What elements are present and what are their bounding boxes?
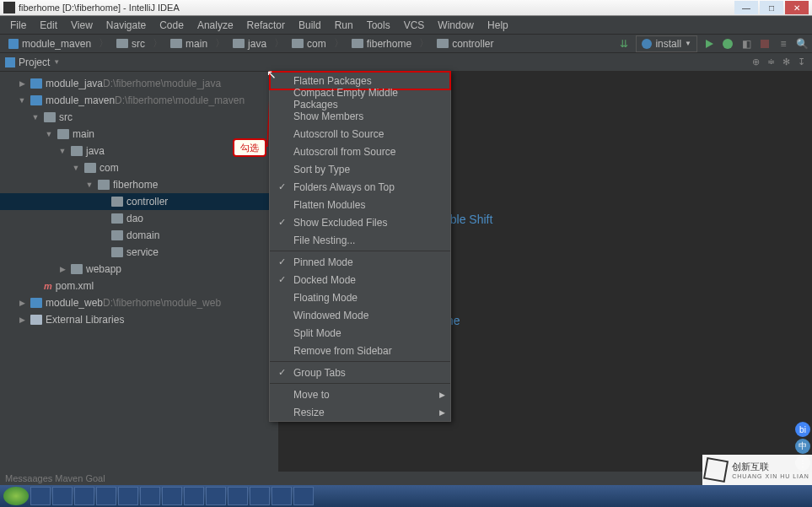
tree-node-domain[interactable]: domain	[0, 227, 278, 244]
tree-node-External Libraries[interactable]: External Libraries	[0, 311, 278, 328]
crumb-src[interactable]: src	[111, 37, 150, 51]
menu-item-autoscroll-to-source[interactable]: Autoscroll to Source	[270, 125, 450, 143]
crumb-fiberhome[interactable]: fiberhome	[347, 37, 417, 51]
tree-arrow-icon[interactable]	[84, 181, 94, 189]
tree-node-module_web[interactable]: module_web D:\fiberhome\module_web	[0, 294, 278, 311]
tree-arrow-icon[interactable]	[17, 79, 27, 88]
run-button[interactable]	[702, 37, 716, 51]
menu-tools[interactable]: Tools	[360, 18, 397, 33]
menu-code[interactable]: Code	[153, 18, 191, 33]
menu-item-folders-always-on-top[interactable]: ✓Folders Always on Top	[270, 178, 450, 196]
coverage-button[interactable]: ◧	[739, 37, 753, 51]
menu-separator	[270, 251, 450, 251]
menu-window[interactable]: Window	[431, 18, 481, 33]
menu-build[interactable]: Build	[292, 18, 328, 33]
tree-arrow-icon[interactable]	[17, 96, 27, 105]
menu-item-autoscroll-from-source[interactable]: Autoscroll from Source	[270, 143, 450, 160]
task-icon[interactable]	[118, 487, 138, 505]
settings-icon[interactable]: ✻	[780, 57, 792, 68]
task-icon[interactable]	[272, 487, 292, 505]
menu-view[interactable]: View	[64, 18, 99, 33]
menu-item-docked-mode[interactable]: ✓Docked Mode	[270, 271, 450, 289]
tree-node-src[interactable]: src	[0, 109, 278, 126]
menu-analyze[interactable]: Analyze	[191, 18, 240, 33]
crumb-main[interactable]: main	[165, 37, 212, 51]
task-icon[interactable]	[74, 487, 94, 505]
task-icon[interactable]	[52, 487, 73, 505]
menu-navigate[interactable]: Navigate	[99, 18, 153, 33]
search-icon[interactable]: 🔍	[795, 37, 809, 51]
menu-file[interactable]: File	[3, 18, 33, 33]
collapse-all-icon[interactable]: ≑	[765, 57, 777, 68]
project-panel-title[interactable]: Project ▼	[5, 57, 750, 68]
stop-icon	[761, 40, 769, 48]
menu-refactor[interactable]: Refactor	[240, 18, 292, 33]
tree-arrow-icon[interactable]	[44, 130, 54, 138]
menu-item-remove-from-sidebar[interactable]: Remove from Sidebar	[270, 342, 450, 359]
task-icon[interactable]	[228, 487, 248, 505]
menu-help[interactable]: Help	[481, 18, 515, 33]
baidu-badge-icon[interactable]: bi	[795, 422, 810, 437]
task-icon[interactable]	[206, 487, 226, 505]
tree-arrow-icon[interactable]	[30, 113, 40, 121]
start-button[interactable]	[3, 487, 29, 505]
menu-run[interactable]: Run	[328, 18, 360, 33]
tree-arrow-icon[interactable]	[57, 147, 67, 155]
status-text: Messaages Maven Goal	[5, 473, 105, 483]
task-icon[interactable]	[293, 487, 314, 505]
menu-item-move-to[interactable]: Move to▶	[270, 386, 450, 403]
tree-node-fiberhome[interactable]: fiberhome	[0, 176, 278, 193]
minimize-button[interactable]: —	[734, 1, 758, 14]
project-tree[interactable]: module_java D:\fiberhome\module_javamodu…	[0, 72, 278, 504]
tree-arrow-icon[interactable]	[71, 164, 81, 172]
menu-item-group-tabs[interactable]: ✓Group Tabs	[270, 364, 450, 381]
scroll-from-source-icon[interactable]: ⊕	[750, 57, 761, 68]
tree-arrow-icon[interactable]	[17, 316, 27, 324]
tree-node-module_java[interactable]: module_java D:\fiberhome\module_java	[0, 75, 278, 92]
crumb-com[interactable]: com	[287, 37, 331, 51]
menu-item-split-mode[interactable]: Split Mode	[270, 324, 450, 342]
tree-arrow-icon[interactable]	[57, 265, 67, 273]
tree-node-webapp[interactable]: webapp	[0, 261, 278, 278]
run-config-dropdown[interactable]: install ▼	[636, 35, 697, 52]
task-icon[interactable]	[140, 487, 160, 505]
task-icon[interactable]	[30, 487, 51, 505]
task-icon[interactable]	[162, 487, 182, 505]
build-icon[interactable]: ⇊	[617, 37, 631, 51]
menu-item-floating-mode[interactable]: Floating Mode	[270, 289, 450, 306]
menu-item-show-excluded-files[interactable]: ✓Show Excluded Files	[270, 213, 450, 231]
menu-item-show-members[interactable]: Show Members	[270, 107, 450, 125]
maximize-button[interactable]: □	[760, 1, 783, 14]
badge-icon[interactable]: 中	[795, 439, 810, 454]
hide-icon[interactable]: ↧	[795, 57, 807, 68]
task-icon[interactable]	[96, 487, 116, 505]
menu-item-resize[interactable]: Resize▶	[270, 403, 450, 421]
menu-item-windowed-mode[interactable]: Windowed Mode	[270, 306, 450, 324]
stop-button[interactable]	[758, 37, 772, 51]
tree-node-service[interactable]: service	[0, 244, 278, 261]
tree-node-module_maven[interactable]: module_maven D:\fiberhome\module_maven	[0, 92, 278, 109]
menu-item-label: Split Mode	[278, 327, 341, 339]
task-icon[interactable]	[250, 487, 270, 505]
menu-vcs[interactable]: VCS	[397, 18, 432, 33]
close-button[interactable]: ✕	[785, 1, 809, 14]
menu-item-sort-by-type[interactable]: Sort by Type	[270, 160, 450, 178]
tree-node-controller[interactable]: controller	[0, 193, 278, 210]
crumb-module[interactable]: module_maven	[3, 37, 96, 51]
crumb-controller[interactable]: controller	[432, 37, 498, 51]
tree-node-com[interactable]: com	[0, 159, 278, 176]
menu-item-file-nesting-[interactable]: File Nesting...	[270, 231, 450, 249]
menu-edit[interactable]: Edit	[33, 18, 64, 33]
menu-item-pinned-mode[interactable]: ✓Pinned Mode	[270, 253, 450, 271]
tree-node-pom.xml[interactable]: mpom.xml	[0, 278, 278, 294]
structure-icon[interactable]: ≡	[777, 37, 790, 51]
tree-label: module_web	[46, 297, 103, 309]
tree-node-dao[interactable]: dao	[0, 210, 278, 227]
menu-item-flatten-modules[interactable]: Flatten Modules	[270, 196, 450, 213]
tree-arrow-icon[interactable]	[17, 299, 27, 307]
debug-button[interactable]	[721, 37, 734, 51]
crumb-label: fiberhome	[367, 38, 411, 50]
task-icon[interactable]	[184, 487, 204, 505]
menu-item-compact-empty-middle-packages[interactable]: Compact Empty Middle Packages	[270, 89, 450, 107]
crumb-java[interactable]: java	[228, 37, 272, 51]
